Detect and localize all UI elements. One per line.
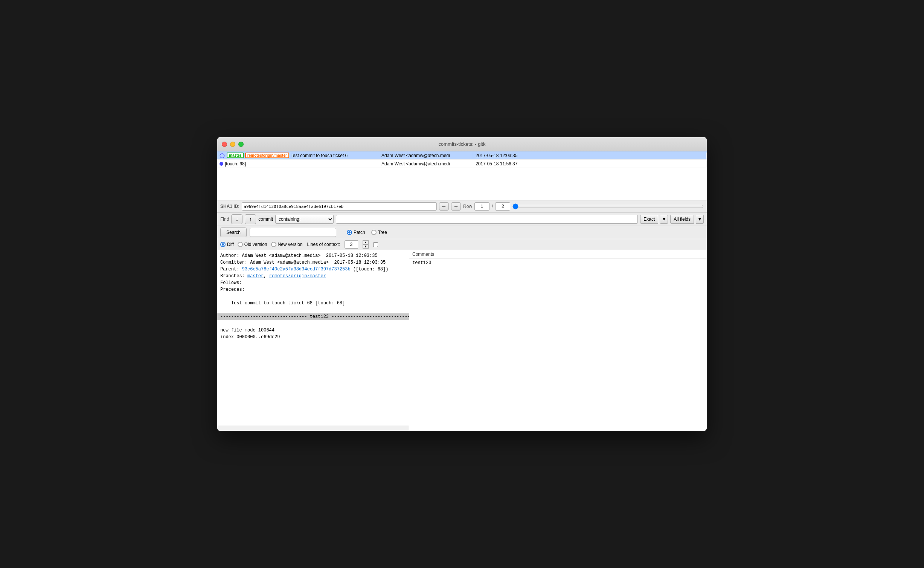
row-label: Row <box>463 204 472 209</box>
remote-tag[interactable]: remotes/origin/master <box>245 153 289 158</box>
exact-button[interactable]: Exact <box>640 215 658 224</box>
file-mode-line: new file mode 100644 <box>220 328 274 333</box>
find-down-button[interactable]: ↓ <box>231 214 242 224</box>
find-up-button[interactable]: ↑ <box>245 214 256 224</box>
window-controls <box>222 142 244 147</box>
fields-dropdown[interactable]: ▼ <box>696 215 704 224</box>
committer-line: Committer: Adam West <adamw@atech.media>… <box>220 260 386 265</box>
forward-button[interactable]: → <box>451 202 461 211</box>
patch-radio-label[interactable]: Patch <box>347 230 365 235</box>
titlebar: commits-tickets: - gitk <box>217 137 707 151</box>
commit-list: ◯ master remotes/origin/master Test comm… <box>217 151 707 200</box>
graph-cell: ◯ master remotes/origin/master Test comm… <box>217 152 379 159</box>
author-cell-1: Adam West <adamw@atech.medi <box>379 153 473 159</box>
diff-opts-row: Diff Old version New version Lines of co… <box>217 239 707 250</box>
sha-label: SHA1 ID: <box>220 204 239 209</box>
commit-message-body: Test commit to touch ticket 68 [touch: 6… <box>220 301 345 306</box>
tree-radio[interactable] <box>371 230 377 235</box>
parent-hash-link[interactable]: 93c6c5a78cf40c2a5fa38d34eed7f397d737253b <box>242 267 351 272</box>
exact-dropdown[interactable]: ▼ <box>660 215 668 224</box>
new-version-radio-label[interactable]: New version <box>271 242 303 247</box>
back-button[interactable]: ← <box>439 202 449 211</box>
patch-radio[interactable] <box>347 230 352 235</box>
old-version-label: Old version <box>244 242 267 247</box>
remote-branch-link[interactable]: remotes/origin/master <box>269 273 326 279</box>
date-cell-2: 2017-05-18 11:56:37 <box>473 161 707 167</box>
precedes-line: Precedes: <box>220 287 245 292</box>
patch-tree-area: Patch Tree <box>339 230 704 235</box>
close-button[interactable] <box>222 142 227 147</box>
table-row[interactable]: [touch: 68] Adam West <adamw@atech.medi … <box>217 160 707 168</box>
master-branch-link[interactable]: master <box>247 273 264 279</box>
find-type-label: commit <box>258 217 273 222</box>
search-patch-row: Search Patch Tree <box>217 226 707 239</box>
date-cell-1: 2017-05-18 12:03:35 <box>473 153 707 159</box>
author-cell-2: Adam West <adamw@atech.medi <box>379 161 473 167</box>
context-stepper: ▲ ▼ <box>363 240 369 249</box>
row-separator: / <box>492 204 493 209</box>
ignore-checkbox[interactable] <box>373 242 378 247</box>
diff-radio[interactable] <box>220 242 226 247</box>
diff-content: Author: Adam West <adamw@atech.media> 20… <box>217 250 409 426</box>
graph-cell-2: [touch: 68] <box>217 161 379 167</box>
context-down-button[interactable]: ▼ <box>363 244 369 249</box>
sha-row: SHA1 ID: ← → Row / <box>217 200 707 213</box>
master-tag[interactable]: master <box>227 153 244 158</box>
author-line: Author: Adam West <adamw@atech.media> 20… <box>220 253 378 258</box>
follows-line: Follows: <box>220 280 242 286</box>
diff-radio-group: Diff Old version New version <box>220 242 303 247</box>
diff-label: Diff <box>227 242 234 247</box>
diff-radio-label[interactable]: Diff <box>220 242 234 247</box>
index-line: index 0000000..e69de29 <box>220 334 280 340</box>
row-slider[interactable] <box>512 204 704 209</box>
old-version-radio[interactable] <box>238 242 243 247</box>
search-button[interactable]: Search <box>220 228 247 237</box>
find-label: Find <box>220 217 229 222</box>
old-version-radio-label[interactable]: Old version <box>238 242 267 247</box>
window-title: commits-tickets: - gitk <box>439 141 486 147</box>
row-current[interactable] <box>474 202 489 211</box>
context-label: Lines of context: <box>307 242 340 247</box>
dot-icon <box>220 162 223 166</box>
search-input[interactable] <box>250 228 336 237</box>
comments-header: Comments <box>409 250 707 259</box>
horizontal-scrollbar[interactable] <box>217 426 409 431</box>
find-input[interactable] <box>336 215 638 224</box>
new-version-label: New version <box>278 242 303 247</box>
commit-message-1: Test commit to touch ticket 6 <box>291 153 348 158</box>
find-row: Find ↓ ↑ commit containing: touching pat… <box>217 213 707 226</box>
comments-content: test123 <box>409 259 707 267</box>
comments-panel: Comments test123 <box>409 250 707 431</box>
tree-label: Tree <box>378 230 387 235</box>
find-containing-dropdown[interactable]: containing: touching paths: adding/remov… <box>275 215 334 224</box>
parent-line: Parent: 93c6c5a78cf40c2a5fa38d34eed7f397… <box>220 267 388 272</box>
commit-message-2: [touch: 68] <box>225 161 246 166</box>
maximize-button[interactable] <box>238 142 244 147</box>
patch-label: Patch <box>354 230 365 235</box>
branches-line: Branches: master, remotes/origin/master <box>220 273 326 279</box>
row-total[interactable] <box>495 202 510 211</box>
context-up-button[interactable]: ▲ <box>363 240 369 244</box>
sha-input[interactable] <box>242 202 437 211</box>
diff-panel: Author: Adam West <adamw@atech.media> 20… <box>217 250 409 431</box>
context-input[interactable] <box>345 240 358 249</box>
new-version-radio[interactable] <box>271 242 276 247</box>
tree-radio-label[interactable]: Tree <box>371 230 387 235</box>
diff-divider: -------------------------------- test123… <box>217 313 409 320</box>
table-row[interactable]: ◯ master remotes/origin/master Test comm… <box>217 151 707 160</box>
main-content: Author: Adam West <adamw@atech.media> 20… <box>217 250 707 431</box>
minimize-button[interactable] <box>230 142 235 147</box>
main-window: commits-tickets: - gitk ◯ master remotes… <box>217 137 707 431</box>
fields-button[interactable]: All fields <box>670 215 694 224</box>
